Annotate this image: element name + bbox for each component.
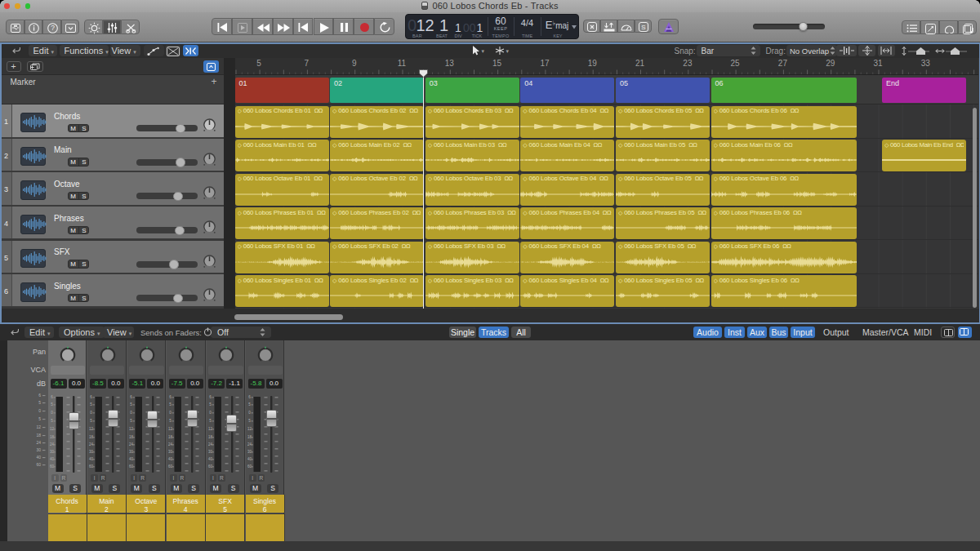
svg-text:0: 0 <box>91 411 93 415</box>
svg-text:12: 12 <box>36 424 41 429</box>
svg-text:6: 6 <box>169 395 172 399</box>
svg-text:5: 5 <box>38 416 41 421</box>
svg-text:40: 40 <box>36 455 41 460</box>
svg-text:18: 18 <box>36 433 41 438</box>
svg-text:5: 5 <box>51 402 53 407</box>
svg-text:24: 24 <box>36 440 41 445</box>
svg-text:6: 6 <box>248 395 251 399</box>
svg-text:6: 6 <box>130 395 132 399</box>
svg-text:0: 0 <box>130 411 132 415</box>
svg-text:5: 5 <box>38 400 41 405</box>
svg-text:0: 0 <box>169 411 172 415</box>
svg-text:0: 0 <box>209 411 212 415</box>
svg-text:0: 0 <box>38 408 41 413</box>
svg-text:S: S <box>641 24 645 31</box>
svg-text:5: 5 <box>209 419 212 423</box>
svg-text:6: 6 <box>51 395 53 399</box>
svg-text:6: 6 <box>91 395 93 399</box>
svg-text:0: 0 <box>248 411 251 415</box>
svg-text:5: 5 <box>130 402 132 407</box>
svg-text:5: 5 <box>248 419 251 423</box>
svg-text:5: 5 <box>209 402 212 407</box>
svg-text:5: 5 <box>91 402 93 407</box>
svg-text:30: 30 <box>36 447 41 452</box>
svg-text:5: 5 <box>248 402 251 407</box>
svg-text:5: 5 <box>91 419 93 423</box>
svg-text:5: 5 <box>169 402 172 407</box>
svg-text:6: 6 <box>209 395 212 399</box>
svg-text:6: 6 <box>38 393 41 398</box>
svg-text:5: 5 <box>169 419 172 423</box>
svg-text:0: 0 <box>51 411 53 415</box>
svg-text:5: 5 <box>51 419 53 423</box>
svg-text:5: 5 <box>130 419 132 423</box>
svg-text:?: ? <box>51 24 55 32</box>
svg-text:60: 60 <box>36 462 41 467</box>
